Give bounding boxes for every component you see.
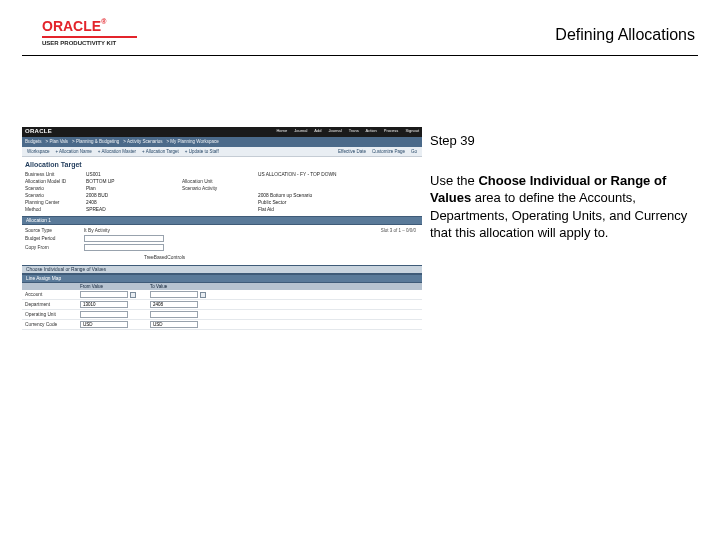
page-header: ORACLE® USER PRODUCTIVITY KIT Defining A… xyxy=(0,18,720,60)
crumb-2[interactable]: Planning & Budgeting xyxy=(76,139,119,144)
range-label-account: Account xyxy=(25,292,80,297)
section-allocation-target: Allocation Target xyxy=(22,157,422,170)
link-customize-page[interactable]: Customize Page xyxy=(372,147,405,156)
tab-alloc-name[interactable]: + Allocation Name xyxy=(55,147,91,156)
lov-icon[interactable] xyxy=(200,292,206,298)
kv5-v: SPREAD xyxy=(86,207,176,212)
rh-to: To Value xyxy=(150,284,220,289)
budget-period-input[interactable] xyxy=(84,235,164,242)
slot-counter: Slot 3 of 1 – 0/0/0 xyxy=(381,228,416,233)
kv5-l2 xyxy=(182,207,252,212)
choose-range-bar[interactable]: Choose Individual or Range of Values xyxy=(22,265,422,274)
header-keyvals: Business UnitUS001US ALLOCATION - FY - T… xyxy=(22,170,422,216)
breadcrumb: Budgets> Plan Vals> Planning & Budgeting… xyxy=(22,137,422,147)
crumb-0[interactable]: Budgets xyxy=(25,139,42,144)
oracle-logo: ORACLE® xyxy=(42,18,137,34)
kv5-l: Method xyxy=(25,207,80,212)
account-from-input[interactable] xyxy=(80,291,128,298)
lov-icon[interactable] xyxy=(130,292,136,298)
kv3-v2: 2008 Bottom up Scenario xyxy=(258,193,368,198)
kv1-l2: Allocation Unit xyxy=(182,179,252,184)
oracle-logo-text: ORACLE xyxy=(42,18,101,34)
range-row-account: Account xyxy=(22,290,422,300)
kv4-l2 xyxy=(182,200,252,205)
link-effective-date[interactable]: Effective Date xyxy=(338,147,366,156)
currency-to-input[interactable] xyxy=(150,321,198,328)
line-assign-map-bar[interactable]: Line Assign Map xyxy=(22,274,422,283)
department-from-input[interactable] xyxy=(80,301,128,308)
source-type-label: Source Type xyxy=(25,228,80,233)
kv2-v: Plan xyxy=(86,186,176,191)
link-go[interactable]: Go xyxy=(411,147,417,156)
crumb-4[interactable]: My Planning Workspace xyxy=(170,139,218,144)
crumb-3[interactable]: Activity Scenarios xyxy=(127,139,163,144)
menu-action-process[interactable]: Action Process xyxy=(366,128,399,133)
header-rule xyxy=(22,55,698,56)
workspace-tabs: Workspace + Allocation Name + Allocation… xyxy=(22,147,422,157)
oracle-app-brand: ORACLE xyxy=(25,128,52,134)
oracle-app-bar: ORACLE Home Journal Add Journal Trans Ac… xyxy=(22,127,422,137)
copy-from-input[interactable] xyxy=(84,244,164,251)
instruction-body: Use the Choose Individual or Range of Va… xyxy=(430,172,695,242)
menu-home[interactable]: Home xyxy=(276,128,287,133)
range-label-currency: Currency Code xyxy=(25,322,80,327)
kv0-l2 xyxy=(182,172,252,177)
tab-update-staff[interactable]: + Update to Staff xyxy=(185,147,219,156)
kv5-v2: Flat Aid xyxy=(258,207,368,212)
kv3-l2 xyxy=(182,193,252,198)
range-row-operating-unit: Operating Unit xyxy=(22,310,422,320)
tab-workspace[interactable]: Workspace xyxy=(27,147,49,156)
range-table-head: From Value To Value xyxy=(22,283,422,290)
oracle-logo-block: ORACLE® USER PRODUCTIVITY KIT xyxy=(42,18,137,46)
kv0-v2: US ALLOCATION - FY - TOP DOWN xyxy=(258,172,368,177)
copy-from-label: Copy From xyxy=(25,245,80,250)
kv0-v: US001 xyxy=(86,172,176,177)
kv3-v: 2008 BUD xyxy=(86,193,176,198)
app-top-menu: Home Journal Add Journal Trans Action Pr… xyxy=(276,128,419,133)
tab-alloc-target[interactable]: + Allocation Target xyxy=(142,147,179,156)
upk-subtitle: USER PRODUCTIVITY KIT xyxy=(42,40,137,46)
crumb-1[interactable]: Plan Vals xyxy=(49,139,68,144)
range-row-department: Department xyxy=(22,300,422,310)
operating-unit-from-input[interactable] xyxy=(80,311,128,318)
registered-mark: ® xyxy=(101,18,106,25)
page-title: Defining Allocations xyxy=(555,26,695,44)
range-label-operating-unit: Operating Unit xyxy=(25,312,80,317)
budget-period-label: Budget Period xyxy=(25,236,80,241)
kv4-l: Planning Center xyxy=(25,200,80,205)
kv0-l: Business Unit xyxy=(25,172,80,177)
range-row-currency: Currency Code xyxy=(22,320,422,330)
department-to-input[interactable] xyxy=(150,301,198,308)
kv2-v2 xyxy=(258,186,368,191)
menu-signout[interactable]: Signout xyxy=(405,128,419,133)
menu-journal[interactable]: Journal xyxy=(294,128,307,133)
instruction-panel: Step 39 Use the Choose Individual or Ran… xyxy=(430,132,695,242)
source-type-value: It By Activity xyxy=(84,228,164,233)
kv1-l: Allocation Model ID xyxy=(25,179,80,184)
tree-controls-link[interactable]: TreeBasedControls xyxy=(144,255,164,260)
rh-blank xyxy=(25,284,80,289)
kv2-l2: Scenario Activity xyxy=(182,186,252,191)
kv3-l: Scenario xyxy=(25,193,80,198)
logo-underline xyxy=(42,36,137,38)
kv4-v: 2408 xyxy=(86,200,176,205)
instruction-body-prefix: Use the xyxy=(430,173,478,188)
account-to-input[interactable] xyxy=(150,291,198,298)
allocation-fields-pane: Slot 3 of 1 – 0/0/0 Source Type It By Ac… xyxy=(22,225,422,265)
operating-unit-to-input[interactable] xyxy=(150,311,198,318)
menu-add-journal[interactable]: Add Journal Trans xyxy=(314,128,358,133)
kv2-l: Scenario xyxy=(25,186,80,191)
step-label: Step 39 xyxy=(430,132,695,150)
allocation-header-bar[interactable]: Allocation 1 xyxy=(22,216,422,225)
app-screenshot: ORACLE Home Journal Add Journal Trans Ac… xyxy=(22,127,422,377)
kv1-v2 xyxy=(258,179,368,184)
kv4-v2: Public Sector xyxy=(258,200,368,205)
range-label-department: Department xyxy=(25,302,80,307)
tab-alloc-master[interactable]: + Allocation Master xyxy=(98,147,136,156)
currency-from-input[interactable] xyxy=(80,321,128,328)
rh-from: From Value xyxy=(80,284,150,289)
kv1-v: BOTTOM UP xyxy=(86,179,176,184)
